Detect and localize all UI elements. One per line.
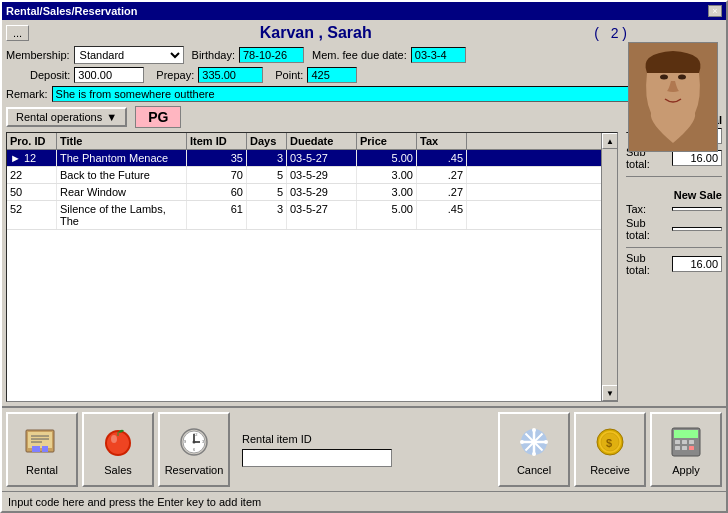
svg-point-4 [678,75,686,80]
customer-name: Karvan , Sarah [37,24,594,42]
cell-duedate: 03-5-29 [287,184,357,200]
table-row[interactable]: 22 Back to the Future 70 5 03-5-29 3.00 … [7,167,601,184]
membership-label: Membership: [6,49,70,61]
items-table: Pro. ID Title Item ID Days Duedate Price… [6,132,618,402]
rental-id-input[interactable] [242,449,392,467]
cell-duedate: 03-5-27 [287,150,357,166]
sales-button[interactable]: Sales [82,412,154,487]
cancel-button-label: Cancel [517,464,551,476]
total-subtotal-row: Sub total: 16.00 [626,252,722,276]
scroll-thumb[interactable] [602,149,617,385]
apply-button-label: Apply [672,464,700,476]
cancel-button[interactable]: Cancel [498,412,570,487]
svg-point-31 [520,440,524,444]
rental-button-label: Rental [26,464,58,476]
sales-icon [98,424,138,460]
cell-tax: .45 [417,201,467,229]
form-row-1: Membership: Standard Birthday: Mem. fee … [6,46,722,64]
svg-rect-44 [689,446,694,450]
cell-item-id: 35 [187,150,247,166]
scroll-up-arrow[interactable]: ▲ [602,133,618,149]
rental-button[interactable]: Rental [6,412,78,487]
scroll-down-arrow[interactable]: ▼ [602,385,618,401]
reservation-button[interactable]: 12 3 6 9 Reservation [158,412,230,487]
col-item-id: Item ID [187,133,247,149]
close-button[interactable]: × [708,5,722,17]
svg-rect-40 [682,440,687,444]
point-input[interactable] [307,67,357,83]
dropdown-arrow-icon: ▼ [106,111,117,123]
rental-operations-dropdown[interactable]: Rental operations ▼ [6,107,127,127]
pg-rating: PG [135,106,181,128]
table-header: Pro. ID Title Item ID Days Duedate Price… [7,133,617,150]
mem-fee-input[interactable] [411,47,466,63]
receive-button-label: Receive [590,464,630,476]
svg-point-32 [544,440,548,444]
rental-subtotal-value: 16.00 [672,150,722,166]
cell-days: 3 [247,150,287,166]
sale-tax-value [672,207,722,211]
cell-item-id: 61 [187,201,247,229]
cell-item-id: 70 [187,167,247,183]
receive-icon-svg: $ [592,426,628,458]
cell-title: Rear Window [57,184,187,200]
svg-point-14 [111,435,117,443]
sale-tax-row: Tax: [626,203,722,215]
deposit-input[interactable] [74,67,144,83]
status-message: Input code here and press the Enter key … [8,496,261,508]
apply-icon-svg [668,426,704,458]
sale-subtotal-value [672,227,722,231]
cell-price: 5.00 [357,201,417,229]
title-bar: Rental/Sales/Reservation × [2,2,726,20]
svg-rect-11 [42,446,48,452]
table-scrollbar[interactable]: ▲ ▼ [601,133,617,401]
toolbar-row: Rental operations ▼ PG [6,106,618,128]
rental-id-label: Rental item ID [242,433,392,445]
membership-select[interactable]: Standard [74,46,184,64]
nav-button[interactable]: ... [6,25,29,41]
table-row[interactable]: 50 Rear Window 60 5 03-5-29 3.00 .27 [7,184,601,201]
svg-text:$: $ [606,437,612,449]
cell-tax: .27 [417,167,467,183]
window-title: Rental/Sales/Reservation [6,5,137,17]
col-tax: Tax [417,133,467,149]
table-body: ► 12 The Phantom Menace 35 3 03-5-27 5.0… [7,150,617,396]
apply-icon [666,424,706,460]
left-panel: Rental operations ▼ PG Pro. ID Title Ite… [6,106,618,402]
birthday-label: Birthday: [192,49,235,61]
portrait-image [629,43,717,151]
rental-icon-svg [24,426,60,458]
new-sale-label: New Sale [626,189,722,201]
birthday-input[interactable] [239,47,304,63]
svg-point-19 [193,440,196,443]
rental-id-area: Rental item ID [234,412,400,487]
content-area: ... Karvan , Sarah ( 2 ) Membership: Sta… [2,20,726,406]
apply-button[interactable]: Apply [650,412,722,487]
remark-label: Remark: [6,88,48,100]
prepay-input[interactable] [198,67,263,83]
rental-operations-label: Rental operations [16,111,102,123]
cell-price: 3.00 [357,184,417,200]
customer-id-parens: ( 2 ) [594,25,627,41]
svg-rect-6 [28,432,52,448]
col-duedate: Duedate [287,133,357,149]
remark-input[interactable] [52,86,718,102]
table-row[interactable]: ► 12 The Phantom Menace 35 3 03-5-27 5.0… [7,150,601,167]
main-window: Rental/Sales/Reservation × [0,0,728,513]
spacer [404,412,494,487]
col-pro-id: Pro. ID [7,133,57,149]
svg-rect-10 [32,446,40,452]
sale-subtotal-row: Sub total: [626,217,722,241]
reservation-icon: 12 3 6 9 [174,424,214,460]
svg-point-29 [532,428,536,432]
divider-2 [626,247,722,248]
cell-days: 5 [247,167,287,183]
receive-button[interactable]: $ Receive [574,412,646,487]
sale-tax-label: Tax: [626,203,646,215]
table-row[interactable]: 52 Silence of the Lambs, The 61 3 03-5-2… [7,201,601,230]
form-row-2: Deposit: Prepay: Point: [6,67,722,83]
main-area: Rental operations ▼ PG Pro. ID Title Ite… [6,106,722,402]
bottom-bar: Rental Sales [2,406,726,491]
prepay-label: Prepay: [156,69,194,81]
col-days: Days [247,133,287,149]
